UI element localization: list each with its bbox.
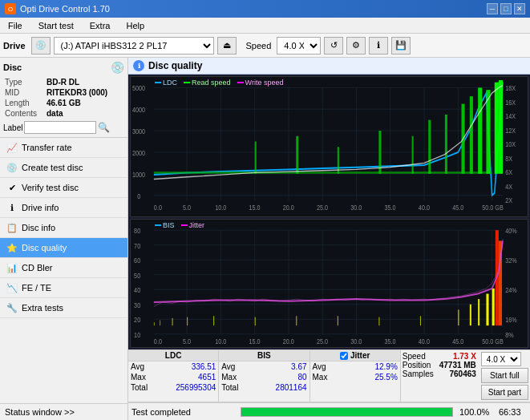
progress-bar-fill bbox=[241, 408, 452, 416]
elapsed-time: 66:33 bbox=[499, 407, 527, 417]
samples-val: 760463 bbox=[449, 370, 475, 378]
menu-extra[interactable]: Extra bbox=[85, 19, 115, 32]
svg-text:20.0: 20.0 bbox=[283, 337, 294, 345]
sidebar-item-verify-test-disc[interactable]: ✔ Verify test disc bbox=[0, 178, 127, 198]
sidebar: Disc 💿 Type BD-R DL MID RITEKDR3 (000) L… bbox=[0, 58, 128, 420]
minimize-button[interactable]: ─ bbox=[487, 3, 498, 14]
bis-total-val: 2801164 bbox=[276, 383, 307, 392]
sidebar-item-transfer-rate[interactable]: 📈 Transfer rate bbox=[0, 138, 127, 158]
bis-total-row: Total 2801164 bbox=[219, 382, 309, 393]
avg-label: Avg bbox=[131, 362, 144, 371]
label-input[interactable] bbox=[24, 121, 96, 134]
jitter-header: Jitter bbox=[310, 350, 400, 361]
disc-info-icon: 📋 bbox=[6, 222, 18, 233]
svg-text:35.0: 35.0 bbox=[385, 337, 396, 345]
svg-rect-112 bbox=[478, 300, 479, 326]
svg-text:10X: 10X bbox=[505, 139, 516, 148]
jitter-max-row: Max 25.5% bbox=[310, 372, 400, 382]
svg-rect-109 bbox=[420, 317, 421, 326]
menu-start-test[interactable]: Start test bbox=[34, 19, 79, 32]
drive-info-icon: ℹ bbox=[6, 202, 18, 213]
menu-file[interactable]: File bbox=[3, 19, 27, 32]
save-button[interactable]: 💾 bbox=[391, 37, 411, 55]
label-icon[interactable]: 🔍 bbox=[98, 122, 110, 133]
samples-row: Samples 760463 bbox=[403, 370, 476, 378]
speed-label: Speed bbox=[246, 41, 272, 50]
start-full-button[interactable]: Start full bbox=[481, 368, 528, 383]
progress-bar bbox=[241, 407, 453, 417]
svg-text:5.0: 5.0 bbox=[183, 337, 191, 345]
svg-text:10: 10 bbox=[134, 330, 140, 339]
test-speed-select[interactable]: 4.0 X bbox=[481, 352, 521, 366]
jitter-max-val: 25.5% bbox=[374, 373, 397, 382]
disc-info-label: Disc info bbox=[22, 223, 55, 232]
svg-rect-107 bbox=[338, 317, 338, 326]
verify-test-disc-icon: ✔ bbox=[6, 182, 18, 193]
stats-bis: BIS Avg 3.67 Max 80 Total 2801164 bbox=[219, 350, 310, 402]
svg-text:25.0: 25.0 bbox=[317, 337, 328, 345]
contents-label: Contents bbox=[5, 109, 45, 118]
speed-position-row: Speed 1.73 X Position 47731 MB Samples 7… bbox=[403, 352, 528, 400]
position-val: 47731 MB bbox=[439, 361, 476, 370]
svg-rect-45 bbox=[296, 136, 298, 174]
sidebar-item-create-test-disc[interactable]: 💿 Create test disc bbox=[0, 158, 127, 178]
settings-button[interactable]: ⚙ bbox=[346, 37, 366, 55]
sidebar-item-cd-bler[interactable]: 📊 CD Bler bbox=[0, 258, 127, 278]
bis-max-row: Max 80 bbox=[219, 372, 309, 382]
length-label: Length bbox=[5, 99, 45, 107]
drive-select[interactable]: (J:) ATAPI iHBS312 2 PL17 bbox=[54, 37, 214, 55]
svg-text:60: 60 bbox=[134, 256, 140, 265]
disc-quality-header: ℹ Disc quality bbox=[128, 58, 530, 75]
drive-info-label: Drive info bbox=[22, 203, 59, 212]
sidebar-item-fe-te[interactable]: 📉 FE / TE bbox=[0, 278, 127, 298]
eject-button[interactable]: ⏏ bbox=[217, 37, 237, 55]
menu-bar: File Start test Extra Help bbox=[0, 18, 530, 34]
bis-avg-row: Avg 3.67 bbox=[219, 361, 309, 372]
svg-rect-52 bbox=[470, 96, 473, 174]
maximize-button[interactable]: □ bbox=[500, 3, 512, 14]
bis-max-val: 80 bbox=[297, 373, 306, 382]
sidebar-item-disc-quality[interactable]: ⭐ Disc quality bbox=[0, 238, 127, 258]
svg-text:35.0: 35.0 bbox=[385, 203, 396, 212]
status-window-button[interactable]: Status window >> bbox=[0, 403, 127, 420]
speed-select[interactable]: 4.0 X bbox=[277, 37, 321, 55]
label-label: Label bbox=[3, 123, 22, 132]
svg-rect-111 bbox=[470, 305, 471, 325]
svg-text:24%: 24% bbox=[505, 286, 517, 295]
svg-text:1000: 1000 bbox=[132, 170, 145, 179]
transfer-rate-label: Transfer rate bbox=[22, 143, 72, 152]
svg-rect-49 bbox=[428, 120, 431, 174]
sidebar-item-drive-info[interactable]: ℹ Drive info bbox=[0, 198, 127, 218]
refresh-button[interactable]: ↺ bbox=[324, 37, 343, 55]
stats-right: Speed 1.73 X Position 47731 MB Samples 7… bbox=[401, 350, 530, 402]
speed-stat-label: Speed bbox=[403, 352, 426, 361]
svg-rect-103 bbox=[187, 317, 188, 326]
svg-text:5.0: 5.0 bbox=[183, 203, 191, 212]
svg-text:25.0: 25.0 bbox=[317, 203, 328, 212]
fe-te-icon: 📉 bbox=[6, 282, 18, 293]
sidebar-item-extra-tests[interactable]: 🔧 Extra tests bbox=[0, 298, 127, 318]
drive-label: Drive bbox=[3, 41, 26, 50]
svg-rect-102 bbox=[172, 318, 173, 325]
svg-rect-47 bbox=[378, 131, 381, 174]
app-title: Opti Drive Control 1.70 bbox=[20, 4, 110, 14]
speed-position-col: Speed 1.73 X Position 47731 MB Samples 7… bbox=[403, 352, 476, 400]
menu-help[interactable]: Help bbox=[121, 19, 149, 32]
svg-text:2000: 2000 bbox=[132, 148, 145, 157]
disc-quality-icon-header: ℹ bbox=[133, 60, 144, 71]
svg-rect-105 bbox=[255, 317, 256, 326]
sidebar-item-disc-info[interactable]: 📋 Disc info bbox=[0, 218, 127, 238]
contents-value: data bbox=[47, 109, 123, 118]
status-text: Test completed bbox=[131, 407, 237, 417]
start-part-button[interactable]: Start part bbox=[481, 385, 528, 400]
svg-text:32%: 32% bbox=[505, 256, 517, 265]
svg-rect-113 bbox=[486, 294, 488, 326]
mid-value: RITEKDR3 (000) bbox=[47, 88, 123, 97]
disc-eject-icon[interactable]: 💿 bbox=[111, 61, 124, 74]
svg-text:16X: 16X bbox=[505, 98, 516, 107]
disc-quality-title: Disc quality bbox=[148, 60, 202, 71]
svg-text:45.0: 45.0 bbox=[452, 203, 463, 212]
jitter-checkbox[interactable] bbox=[340, 352, 348, 360]
info-button[interactable]: ℹ bbox=[369, 37, 388, 55]
close-button[interactable]: ✕ bbox=[514, 3, 525, 14]
